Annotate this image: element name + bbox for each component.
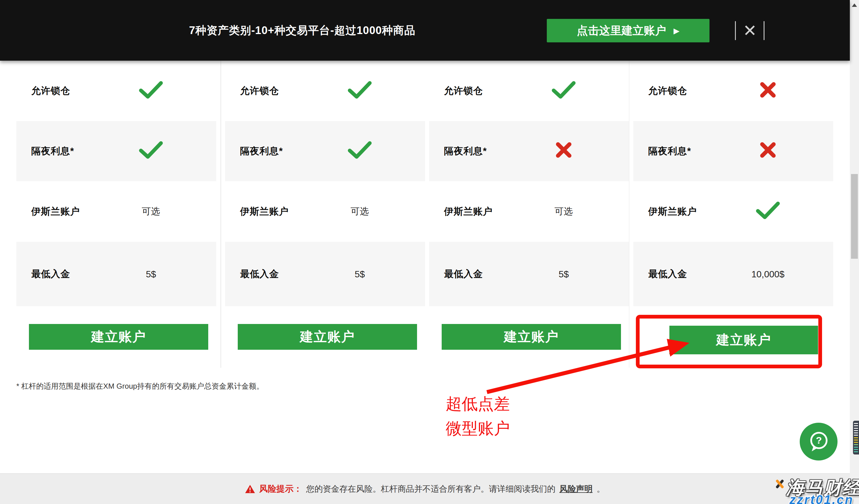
help-chat-button[interactable]: ? bbox=[800, 423, 838, 460]
open-account-cta-button[interactable]: 点击这里建立账户 ▶ bbox=[547, 19, 709, 42]
leverage-footnote: * 杠杆的适用范围是根据在XM Group持有的所有交易账户总资金累计金额。 bbox=[16, 381, 264, 391]
account-column-4: 允许锁仓 隔夜利息* 伊斯兰账户 最低入金 10,000$ 建立账户 bbox=[633, 61, 833, 368]
risk-statement-link[interactable]: 风险声明 bbox=[559, 483, 593, 495]
check-icon bbox=[139, 81, 163, 101]
open-account-button[interactable]: 建立账户 bbox=[669, 326, 818, 354]
separator bbox=[735, 21, 736, 40]
check-icon bbox=[139, 141, 163, 161]
row-value: 5$ bbox=[146, 269, 156, 279]
play-arrow-icon: ▶ bbox=[674, 26, 680, 35]
warning-triangle-icon bbox=[245, 485, 255, 494]
annotation-line2: 微型账户 bbox=[446, 416, 510, 441]
separator bbox=[764, 21, 765, 40]
table-row: 隔夜利息* bbox=[225, 121, 425, 181]
row-value: 可选 bbox=[555, 205, 573, 218]
row-value: 10,000$ bbox=[751, 269, 785, 279]
row-label: 伊斯兰账户 bbox=[31, 205, 80, 218]
column-divider bbox=[221, 61, 221, 368]
row-value: 5$ bbox=[559, 269, 569, 279]
open-account-button[interactable]: 建立账户 bbox=[29, 324, 208, 350]
account-column-2: 允许锁仓 隔夜利息* 伊斯兰账户 可选 最低入金 5$ 建立账户 bbox=[225, 61, 425, 368]
row-label: 最低入金 bbox=[444, 268, 483, 281]
check-icon bbox=[552, 81, 576, 101]
table-row: 伊斯兰账户 bbox=[633, 181, 833, 242]
row-value: 5$ bbox=[355, 269, 365, 279]
table-row: 建立账户 bbox=[429, 306, 629, 368]
table-row: 伊斯兰账户 可选 bbox=[429, 181, 629, 242]
table-row: 伊斯兰账户 可选 bbox=[16, 181, 216, 242]
table-row: 允许锁仓 bbox=[633, 61, 833, 121]
table-row: 建立账户 bbox=[225, 306, 425, 368]
risk-title: 风险提示： bbox=[259, 483, 302, 495]
row-label: 伊斯兰账户 bbox=[240, 205, 289, 218]
row-label: 伊斯兰账户 bbox=[444, 205, 493, 218]
annotation-text: 超低点差 微型账户 bbox=[446, 392, 510, 441]
cross-icon bbox=[555, 141, 573, 161]
row-label: 允许锁仓 bbox=[31, 84, 70, 97]
row-label: 隔夜利息* bbox=[444, 145, 487, 158]
scrollbar-thumb[interactable] bbox=[851, 174, 858, 259]
table-row: 建立账户 bbox=[633, 306, 833, 368]
table-row: 最低入金 5$ bbox=[429, 242, 629, 306]
top-banner: 7种资产类别-10+种交易平台-超过1000种商品 点击这里建立账户 ▶ ✕ bbox=[0, 0, 850, 61]
row-value: 可选 bbox=[351, 205, 369, 218]
check-icon bbox=[756, 201, 780, 222]
table-row: 最低入金 10,000$ bbox=[633, 242, 833, 306]
annotation-line1: 超低点差 bbox=[446, 392, 510, 416]
cross-icon bbox=[759, 81, 777, 101]
row-label: 隔夜利息* bbox=[240, 145, 283, 158]
table-row: 建立账户 bbox=[16, 306, 216, 368]
account-column-1: 允许锁仓 隔夜利息* 伊斯兰账户 可选 最低入金 5$ 建立账户 bbox=[16, 61, 216, 368]
row-label: 最低入金 bbox=[648, 268, 687, 281]
table-row: 伊斯兰账户 可选 bbox=[225, 181, 425, 242]
page: 7种资产类别-10+种交易平台-超过1000种商品 点击这里建立账户 ▶ ✕ 允… bbox=[0, 0, 859, 504]
table-row: 隔夜利息* bbox=[16, 121, 216, 181]
cta-label: 点击这里建立账户 bbox=[577, 23, 666, 38]
row-label: 伊斯兰账户 bbox=[648, 205, 697, 218]
open-account-button[interactable]: 建立账户 bbox=[442, 324, 621, 350]
close-icon[interactable]: ✕ bbox=[740, 21, 760, 41]
row-label: 允许锁仓 bbox=[444, 84, 483, 97]
table-row: 最低入金 5$ bbox=[225, 242, 425, 306]
open-account-button[interactable]: 建立账户 bbox=[238, 324, 417, 350]
row-label: 隔夜利息* bbox=[31, 145, 74, 158]
cross-icon bbox=[759, 141, 777, 161]
risk-suffix: 。 bbox=[597, 483, 605, 495]
watermark-stripe-bar bbox=[853, 421, 859, 455]
banner-title: 7种资产类别-10+种交易平台-超过1000种商品 bbox=[189, 0, 415, 61]
risk-warning-bar: 风险提示： 您的资金存在风险。杠杆商品并不适合所有客户。请详细阅读我们的风险声明… bbox=[0, 473, 850, 504]
row-label: 允许锁仓 bbox=[648, 84, 687, 97]
row-label: 最低入金 bbox=[31, 268, 70, 281]
scrollbar-up-arrow-icon[interactable] bbox=[852, 3, 857, 7]
account-column-3: 允许锁仓 隔夜利息* 伊斯兰账户 可选 最低入金 5$ 建立账户 bbox=[429, 61, 629, 368]
check-icon bbox=[348, 141, 372, 161]
row-label: 最低入金 bbox=[240, 268, 279, 281]
check-icon bbox=[348, 81, 372, 101]
svg-text:?: ? bbox=[816, 435, 822, 446]
table-row: 允许锁仓 bbox=[225, 61, 425, 121]
question-bubble-icon: ? bbox=[805, 428, 832, 455]
risk-text: 您的资金存在风险。杠杆商品并不适合所有客户。请详细阅读我们的 bbox=[306, 483, 555, 495]
row-value: 可选 bbox=[142, 205, 160, 218]
table-row: 允许锁仓 bbox=[429, 61, 629, 121]
row-label: 隔夜利息* bbox=[648, 145, 691, 158]
table-row: 最低入金 5$ bbox=[16, 242, 216, 306]
table-row: 隔夜利息* bbox=[633, 121, 833, 181]
table-row: 允许锁仓 bbox=[16, 61, 216, 121]
row-label: 允许锁仓 bbox=[240, 84, 279, 97]
table-row: 隔夜利息* bbox=[429, 121, 629, 181]
